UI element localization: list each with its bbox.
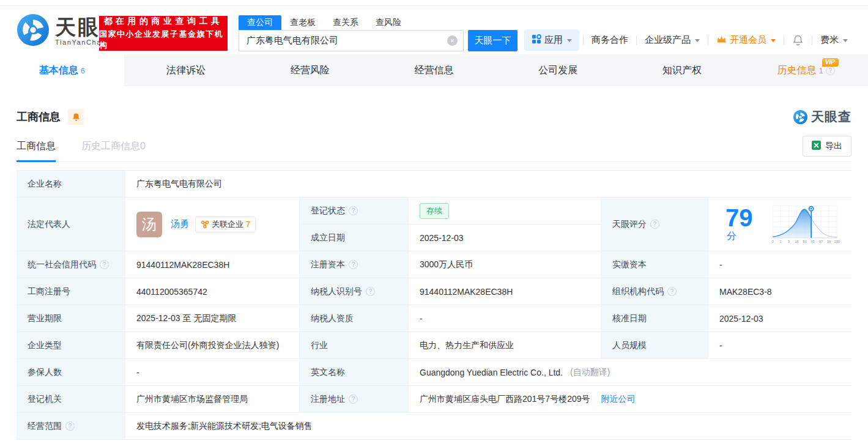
tab-label: 经营信息	[415, 64, 454, 77]
tab-operating-info[interactable]: 经营信息	[372, 54, 496, 86]
value-business-term: 2025-12-03 至 无固定期限	[125, 305, 300, 332]
main-content: 工商信息 天眼查 工商信息 历史工商信息0	[0, 108, 868, 440]
value-registration-status: 存续	[409, 198, 601, 224]
chevron-down-icon	[771, 39, 776, 42]
label-insured-count: 参保人数	[17, 359, 125, 386]
related-companies-count: 7	[246, 220, 250, 229]
notification-bell[interactable]	[784, 34, 812, 46]
svg-text:0: 0	[771, 239, 773, 243]
label-registration-authority: 登记机关	[17, 386, 125, 413]
value-english-name: Guangdong Yuedian Electric Co., Ltd. (自动…	[409, 359, 851, 386]
question-icon[interactable]: ?	[366, 287, 375, 296]
tab-history-info[interactable]: 历史信息 1 ? VIP	[744, 54, 868, 86]
org-network-icon	[201, 220, 209, 229]
search-tab-risk[interactable]: 查风险	[367, 15, 410, 30]
label-registration-number: 工商注册号	[17, 278, 125, 305]
question-icon[interactable]: ?	[349, 206, 358, 215]
label-company-name: 企业名称	[17, 171, 125, 198]
aperture-eye-icon	[17, 14, 49, 48]
bell-icon	[73, 113, 80, 119]
value-registration-authority: 广州市黄埔区市场监督管理局	[125, 386, 300, 413]
clear-icon[interactable]: ✕	[447, 35, 458, 46]
export-button[interactable]: 导出	[803, 136, 851, 157]
value-paid-capital: -	[708, 251, 851, 278]
tab-company-development[interactable]: 公司发展	[496, 54, 620, 86]
chevron-down-icon	[843, 39, 848, 42]
value-business-scope: 发电技术服务;新兴能源技术研发;电气设备销售	[125, 413, 851, 440]
label-approval-date: 核准日期	[601, 305, 708, 332]
label-credit-code: 统一社会信用代码 ?	[17, 251, 125, 278]
question-icon[interactable]: ?	[826, 66, 835, 75]
label-industry: 行业	[300, 332, 409, 359]
label-registration-status: 登记状态 ?	[300, 198, 409, 224]
subscribe-bell-button[interactable]	[68, 109, 84, 125]
search-tab-company[interactable]: 查公司	[239, 15, 281, 30]
svg-text:97: 97	[818, 239, 822, 243]
legal-rep-link[interactable]: 汤勇	[171, 218, 189, 230]
value-establish-date: 2025-12-03	[409, 224, 601, 251]
label-legal-representative: 法定代表人	[17, 198, 125, 251]
tab-label: 公司发展	[538, 64, 577, 77]
related-companies-label: 关联企业	[212, 219, 243, 230]
vip-badge: VIP	[822, 58, 839, 67]
value-tyc-score[interactable]: 79分	[708, 198, 851, 251]
cooperation-menu[interactable]: 商务合作	[584, 34, 636, 46]
value-taxpayer-quality: -	[409, 305, 601, 332]
value-company-name: 广东粤电气电有限公司	[125, 171, 851, 198]
enterprise-menu[interactable]: 企业级产品	[637, 34, 708, 46]
header-menu: 应用 商务合作 企业级产品 开通会员	[524, 29, 856, 51]
question-icon[interactable]: ?	[349, 260, 358, 269]
tab-operating-risk[interactable]: 经营风险	[248, 54, 372, 86]
question-icon[interactable]: ?	[650, 220, 659, 229]
value-registered-capital: 3000万人民币	[409, 251, 601, 278]
value-staff-size: -	[708, 332, 851, 359]
label-taxpayer-id: 纳税人识别号 ?	[300, 278, 409, 305]
search-tab-boss[interactable]: 查老板	[281, 15, 324, 30]
label-org-code: 组织机构代码 ?	[601, 278, 708, 305]
business-info-table: 企业名称 广东粤电气电有限公司 法定代表人 汤 汤勇 关联企业 7 登记状态 ?	[17, 170, 851, 440]
related-companies-badge[interactable]: 关联企业 7	[195, 217, 256, 232]
subtab-history-business-info[interactable]: 历史工商信息0	[81, 140, 146, 161]
value-industry: 电力、热力生产和供应业	[409, 332, 601, 359]
score-number: 79	[725, 204, 753, 231]
value-legal-representative: 汤 汤勇 关联企业 7	[125, 198, 300, 251]
question-icon[interactable]: ?	[100, 260, 109, 269]
tab-label: 法律诉讼	[166, 64, 206, 77]
question-icon[interactable]: ?	[667, 287, 677, 296]
tab-intellectual-property[interactable]: 知识产权	[620, 54, 744, 86]
tab-basic-info[interactable]: 基本信息 6	[0, 54, 124, 86]
avatar[interactable]: 汤	[136, 212, 162, 237]
question-icon[interactable]: ?	[65, 421, 75, 431]
vip-menu[interactable]: 开通会员	[708, 34, 784, 46]
value-registered-address: 广州市黄埔区庙头电厂西路201号7号楼209号 附近公司	[409, 386, 851, 413]
username: 费米	[820, 34, 839, 46]
svg-text:3: 3	[787, 239, 789, 243]
label-business-scope: 经营范围 ?	[17, 413, 125, 440]
svg-text:15: 15	[795, 239, 798, 243]
label-establish-date: 成立日期	[300, 224, 409, 251]
tab-count: 1	[819, 66, 823, 75]
value-credit-code: 91440112MAK28EC38H	[125, 251, 300, 278]
cooperation-label: 商务合作	[592, 34, 628, 46]
tab-legal-proceedings[interactable]: 法律诉讼	[124, 54, 248, 86]
nearby-companies-link[interactable]: 附近公司	[601, 394, 636, 405]
value-insured-count: -	[125, 359, 300, 386]
svg-text:50: 50	[803, 239, 806, 243]
crown-icon	[716, 35, 727, 46]
score-unit: 分	[727, 231, 736, 241]
search-button[interactable]: 天眼一下	[468, 30, 517, 51]
tab-count: 6	[81, 66, 85, 75]
search-input[interactable]	[239, 30, 464, 51]
slogan-line1: 都在用的商业查询工具	[104, 16, 223, 27]
company-nav-tabs: 基本信息 6 法律诉讼 经营风险 经营信息 公司发展 知识产权 历史信息 1 ?…	[0, 54, 868, 86]
user-menu[interactable]: 费米	[812, 34, 856, 46]
watermark-text: 天眼查	[811, 108, 851, 125]
slogan-line2: 国家中小企业发展子基金旗下机构	[99, 29, 228, 51]
question-icon[interactable]: ?	[349, 395, 358, 404]
label-registered-address: 注册地址 ?	[300, 386, 409, 413]
apps-menu[interactable]: 应用	[524, 29, 579, 51]
value-org-code: MAK28EC3-8	[708, 278, 851, 305]
svg-text:100: 100	[834, 239, 840, 243]
subtab-business-info[interactable]: 工商信息	[17, 140, 56, 161]
search-tab-relation[interactable]: 查关系	[324, 15, 367, 30]
